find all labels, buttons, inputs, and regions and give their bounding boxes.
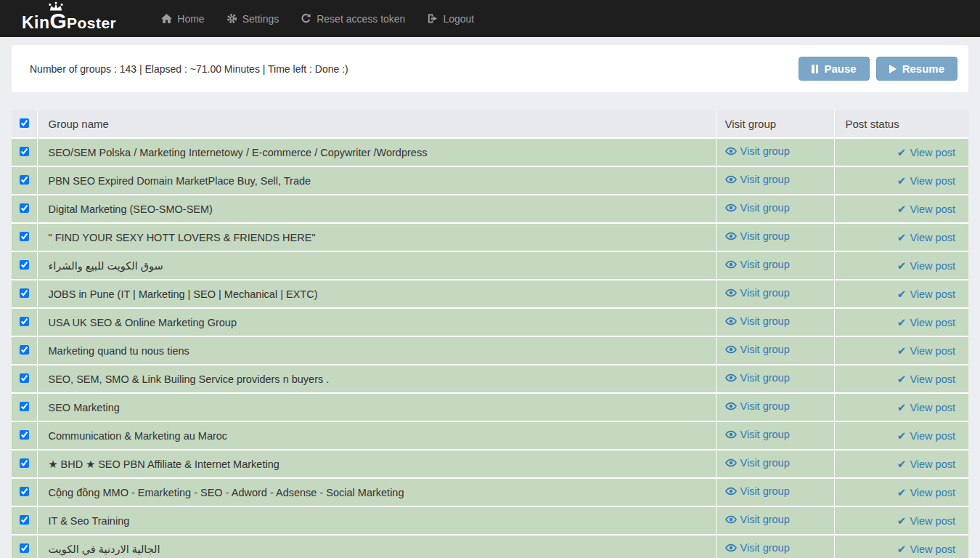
group-table-body: SEO/SEM Polska / Marketing Internetowy /… — [12, 138, 968, 558]
eye-icon — [725, 372, 737, 384]
view-post-link[interactable]: ✔ View post — [897, 203, 955, 216]
visit-group-link[interactable]: Visit group — [725, 287, 790, 299]
nav-item-home[interactable]: Home — [161, 0, 204, 37]
visit-group-label: Visit group — [740, 372, 790, 384]
row-checkbox[interactable] — [20, 260, 29, 270]
select-all-header-cell — [12, 110, 37, 138]
view-post-label: View post — [910, 175, 955, 187]
pause-icon — [812, 65, 818, 73]
table-row: ★ BHD ★ SEO PBN Affiliate & Internet Mar… — [12, 450, 968, 478]
control-buttons: Pause Resume — [799, 57, 957, 81]
check-icon: ✔ — [897, 231, 907, 244]
view-post-link[interactable]: ✔ View post — [897, 344, 955, 357]
brand-logo[interactable]: KinGPoster — [22, 4, 116, 33]
post-status-cell: ✔ View post — [834, 195, 968, 223]
nav-item-reset-token[interactable]: Reset access token — [301, 0, 405, 37]
check-icon: ✔ — [897, 174, 907, 187]
view-post-label: View post — [910, 260, 955, 272]
nav-item-settings[interactable]: Settings — [226, 0, 279, 37]
row-checkbox[interactable] — [20, 345, 29, 355]
visit-group-link[interactable]: Visit group — [725, 400, 790, 412]
view-post-link[interactable]: ✔ View post — [897, 486, 955, 499]
row-checkbox[interactable] — [20, 232, 29, 241]
row-checkbox[interactable] — [20, 430, 29, 440]
visit-group-link[interactable]: Visit group — [725, 202, 790, 214]
view-post-link[interactable]: ✔ View post — [897, 373, 955, 386]
row-checkbox[interactable] — [20, 288, 29, 298]
table-row: Digital Marketing (SEO-SMO-SEM) Visit gr… — [12, 195, 968, 223]
check-icon: ✔ — [897, 344, 907, 357]
visit-group-link[interactable]: Visit group — [725, 542, 790, 554]
view-post-link[interactable]: ✔ View post — [897, 429, 955, 442]
eye-icon — [725, 429, 737, 440]
view-post-label: View post — [910, 487, 955, 498]
select-all-checkbox[interactable] — [20, 118, 29, 128]
view-post-link[interactable]: ✔ View post — [897, 316, 955, 329]
top-navbar: KinGPoster Home Settings Reset access to… — [0, 0, 980, 37]
nav-item-logout[interactable]: Logout — [427, 0, 474, 37]
view-post-label: View post — [910, 543, 955, 555]
view-post-link[interactable]: ✔ View post — [897, 146, 955, 159]
row-checkbox[interactable] — [20, 175, 29, 185]
row-checkbox[interactable] — [20, 458, 29, 468]
row-checkbox[interactable] — [20, 373, 29, 383]
row-checkbox[interactable] — [20, 203, 29, 213]
visit-group-label: Visit group — [740, 174, 790, 185]
visit-group-link[interactable]: Visit group — [725, 145, 790, 157]
visit-group-label: Visit group — [740, 542, 790, 554]
visit-group-link[interactable]: Visit group — [725, 457, 790, 469]
visit-group-label: Visit group — [740, 145, 790, 157]
group-name-cell: SEO, SEM, SMO & Link Builing Service pro… — [37, 365, 716, 393]
table-row: PBN SEO Expired Domain MarketPlace Buy, … — [12, 166, 968, 195]
visit-group-cell: Visit group — [716, 138, 834, 166]
logout-icon — [427, 13, 438, 24]
visit-group-link[interactable]: Visit group — [725, 230, 790, 242]
group-name-cell: Digital Marketing (SEO-SMO-SEM) — [37, 195, 716, 223]
check-icon: ✔ — [897, 458, 907, 471]
row-checkbox[interactable] — [20, 515, 29, 525]
row-checkbox-cell — [12, 393, 37, 421]
check-icon: ✔ — [897, 486, 907, 499]
row-checkbox[interactable] — [20, 147, 29, 156]
group-name-text: ★ BHD ★ SEO PBN Affiliate & Internet Mar… — [49, 458, 279, 470]
view-post-link[interactable]: ✔ View post — [897, 231, 955, 244]
post-status-cell: ✔ View post — [834, 393, 968, 421]
view-post-link[interactable]: ✔ View post — [897, 514, 955, 527]
view-post-link[interactable]: ✔ View post — [897, 401, 955, 414]
group-name-text: USA UK SEO & Online Marketing Group — [49, 317, 237, 328]
row-checkbox[interactable] — [20, 543, 29, 553]
visit-group-cell: Visit group — [716, 535, 834, 558]
post-status-cell: ✔ View post — [834, 280, 968, 308]
resume-button[interactable]: Resume — [876, 57, 957, 81]
view-post-link[interactable]: ✔ View post — [897, 288, 955, 301]
visit-group-link[interactable]: Visit group — [725, 344, 790, 355]
eye-icon — [725, 315, 737, 327]
visit-group-link[interactable]: Visit group — [725, 429, 790, 440]
visit-group-link[interactable]: Visit group — [725, 485, 790, 497]
visit-group-cell: Visit group — [716, 308, 834, 336]
group-name-text: Cộng đồng MMO - Emarketing - SEO - Adwor… — [49, 487, 404, 498]
visit-group-link[interactable]: Visit group — [725, 514, 790, 525]
visit-group-link[interactable]: Visit group — [725, 315, 790, 327]
view-post-label: View post — [910, 515, 955, 527]
table-row: Communication & Marketing au Maroc Visit… — [12, 421, 968, 450]
pause-button[interactable]: Pause — [799, 57, 869, 81]
visit-group-header: Visit group — [716, 110, 834, 138]
group-name-text: PBN SEO Expired Domain MarketPlace Buy, … — [49, 175, 311, 187]
table-row: سوق الكويت للبيع والشراء Visit group ✔ V… — [12, 251, 968, 280]
group-name-cell: SEO Marketing — [37, 393, 716, 421]
visit-group-link[interactable]: Visit group — [725, 259, 790, 270]
row-checkbox[interactable] — [20, 402, 29, 411]
group-name-text: Marketing quand tu nous tiens — [49, 345, 189, 357]
row-checkbox[interactable] — [20, 487, 29, 496]
home-icon — [161, 13, 172, 24]
view-post-link[interactable]: ✔ View post — [897, 259, 955, 272]
table-row: " FIND YOUR SEXY HOTT LOVERS & FRIENDS H… — [12, 223, 968, 251]
visit-group-label: Visit group — [740, 315, 790, 327]
view-post-link[interactable]: ✔ View post — [897, 174, 955, 187]
view-post-link[interactable]: ✔ View post — [897, 543, 955, 556]
visit-group-link[interactable]: Visit group — [725, 372, 790, 384]
visit-group-link[interactable]: Visit group — [725, 174, 790, 185]
view-post-link[interactable]: ✔ View post — [897, 458, 955, 471]
row-checkbox[interactable] — [20, 317, 29, 326]
